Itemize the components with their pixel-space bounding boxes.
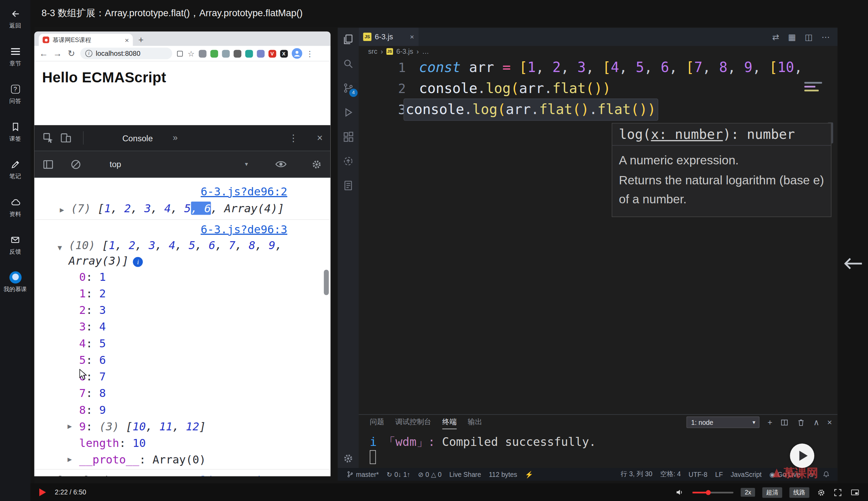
address-bar[interactable]: i localhost:8080 [80, 48, 172, 59]
sidebar-item-feedback[interactable]: 反馈 [0, 233, 30, 267]
encoding-status[interactable]: UTF-8 [689, 470, 707, 478]
tab-close-icon[interactable]: × [125, 36, 129, 44]
cursor-position-status[interactable]: 行 3, 列 30 [621, 470, 652, 479]
browser-reload-icon[interactable]: ↻ [66, 48, 76, 59]
sidebar-item-my-imooc[interactable]: 我的慕课 [0, 270, 30, 305]
extension-icon[interactable] [210, 50, 218, 57]
profile-avatar[interactable] [291, 48, 302, 59]
grid-layout-icon[interactable]: ▦ [788, 32, 796, 42]
tab-close-icon[interactable]: × [410, 33, 414, 41]
split-editor-icon[interactable]: ◫ [805, 32, 813, 42]
browser-back-icon[interactable]: ← [39, 49, 49, 59]
git-branch-status[interactable]: master* [347, 470, 379, 478]
new-terminal-icon[interactable]: + [767, 418, 772, 427]
console-output: 6-3.js?de96:2 ▶(7) [1, 2, 3, 4, 5, 6, Ar… [34, 178, 331, 476]
sidebar-item-chapters[interactable]: 章节 [0, 44, 30, 79]
output-file-icon[interactable] [342, 180, 354, 192]
site-info-icon[interactable]: i [85, 50, 92, 57]
editor-more-icon[interactable]: ⋯ [822, 32, 830, 42]
tab-6-3-js[interactable]: JS 6-3.js × [359, 28, 418, 46]
indentation-status[interactable]: 空格: 4 [660, 470, 681, 479]
live-share-status[interactable]: Live Share [450, 470, 481, 478]
explorer-icon[interactable] [342, 33, 354, 45]
settings-gear-icon[interactable] [342, 452, 354, 464]
source-link[interactable]: 6-3.js?de96:3 [201, 223, 288, 236]
inspect-icon[interactable] [42, 132, 54, 144]
device-toolbar-icon[interactable] [60, 132, 72, 144]
clear-console-icon[interactable] [70, 158, 82, 170]
minimap[interactable] [804, 82, 823, 94]
extension-icon[interactable] [257, 50, 264, 57]
sync-status[interactable]: ↻ 0↓ 1↑ [386, 470, 410, 478]
maximize-panel-icon[interactable]: ∧ [813, 417, 819, 427]
split-terminal-icon[interactable] [780, 418, 789, 427]
sidebar-item-bookmark[interactable]: 课签 [0, 120, 30, 154]
extension-icon[interactable] [245, 50, 252, 57]
player-settings-gear-icon[interactable] [817, 488, 826, 497]
route-button[interactable]: 线路 [789, 487, 809, 498]
share-icon[interactable] [176, 50, 184, 57]
sidebar-item-qa[interactable]: ? 问答 [0, 82, 30, 116]
live-share-icon[interactable] [342, 155, 354, 167]
prev-section-arrow[interactable] [841, 256, 864, 271]
tab-terminal[interactable]: 终端 [442, 415, 457, 429]
source-link[interactable]: 6-3.js?de96:2 [201, 185, 288, 198]
speed-button[interactable]: 2x [741, 488, 755, 497]
volume-icon[interactable] [675, 487, 685, 497]
tab-debug-console[interactable]: 调试控制台 [395, 415, 431, 429]
info-icon[interactable]: i [133, 257, 143, 267]
expand-triangle-icon[interactable]: ▶ [68, 418, 79, 434]
expand-triangle-icon[interactable]: ▶ [68, 451, 79, 468]
kill-terminal-icon[interactable] [797, 418, 806, 427]
collapse-triangle-icon[interactable]: ▼ [58, 240, 69, 256]
problems-status[interactable]: ⊘ 0 △ 0 [418, 470, 442, 478]
pip-icon[interactable] [850, 488, 860, 497]
console-sidebar-icon[interactable] [42, 158, 54, 170]
extension-icon[interactable] [198, 50, 206, 57]
quality-button[interactable]: 超清 [762, 487, 782, 498]
tab-console[interactable]: Console [122, 133, 153, 143]
close-panel-icon[interactable]: × [827, 418, 832, 427]
browser-menu-icon[interactable]: ⋮ [306, 49, 313, 58]
breadcrumb-more[interactable]: … [422, 48, 429, 55]
compare-changes-icon[interactable]: ⇄ [772, 32, 779, 42]
breadcrumb-file[interactable]: 6-3.js [396, 48, 413, 55]
extension-icon[interactable] [222, 50, 229, 57]
tab-output[interactable]: 输出 [468, 415, 482, 429]
extensions-icon[interactable] [342, 131, 354, 143]
sidebar-item-notes[interactable]: 笔记 [0, 157, 30, 192]
extension-v-icon[interactable]: V [268, 50, 276, 57]
sidebar-item-materials[interactable]: 资料 [0, 195, 30, 229]
devtools-menu-icon[interactable]: ⋮ [289, 132, 298, 144]
console-scrollbar[interactable] [324, 270, 329, 295]
code-editor[interactable]: 1 const arr = [1, 2, 3, [4, 5, 6, [7, 8,… [359, 57, 837, 415]
sidebar-item-back[interactable]: 返回 [0, 7, 30, 41]
run-debug-icon[interactable] [342, 106, 354, 119]
extension-x-icon[interactable]: X [280, 50, 288, 57]
source-control-icon[interactable]: 4 [342, 82, 354, 94]
breadcrumb-src[interactable]: src [368, 48, 378, 55]
browser-forward-icon[interactable]: → [53, 49, 63, 59]
live-expression-icon[interactable] [275, 158, 287, 171]
source-link[interactable]: client?81da:52 [194, 472, 287, 476]
tab-problems[interactable]: 问题 [370, 415, 384, 429]
volume-slider[interactable] [693, 491, 734, 493]
expand-triangle-icon[interactable]: ▶ [60, 202, 71, 218]
shell-selector[interactable]: 1: node ▾ [687, 417, 760, 428]
browser-tab[interactable]: 慕课网ES课程 × [39, 34, 133, 46]
floating-play-button[interactable] [790, 443, 814, 468]
bookmark-star-icon[interactable]: ☆ [188, 49, 195, 58]
devtools-close-icon[interactable]: × [317, 132, 323, 144]
bolt-icon[interactable]: ⚡ [525, 470, 533, 478]
play-button[interactable] [39, 488, 46, 496]
search-icon[interactable] [342, 58, 354, 70]
more-tabs-icon[interactable]: » [173, 133, 178, 143]
notifications-bell-icon[interactable] [823, 471, 830, 478]
console-settings-icon[interactable] [311, 158, 323, 170]
fullscreen-icon[interactable] [833, 488, 843, 497]
context-selector[interactable]: top ▾ [110, 160, 248, 169]
new-tab-button[interactable]: + [138, 35, 144, 45]
extension-icon[interactable] [234, 50, 241, 57]
language-status[interactable]: JavaScript [731, 470, 762, 478]
eol-status[interactable]: LF [715, 470, 723, 478]
